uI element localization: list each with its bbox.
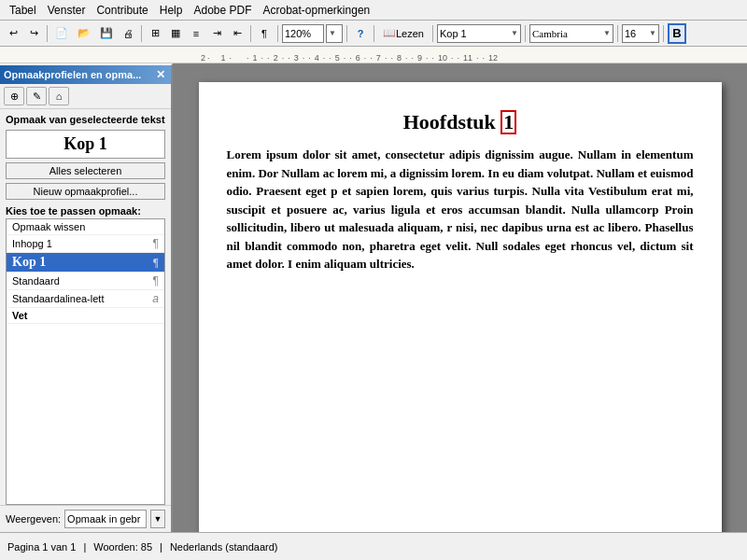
style-item-name-4: Standaardalinea-lett [12,293,104,304]
style-item-1[interactable]: Inhopg 1 ¶ [7,235,164,253]
bold-button[interactable]: B [668,23,686,44]
status-lang: Nederlands (standaard) [170,541,278,553]
separator-5 [346,25,347,42]
heading-number-box: 1 [500,110,516,134]
font-arrow: ▼ [603,29,611,37]
weergeven-arrow[interactable]: ▼ [150,510,165,528]
style-item-2[interactable]: Kop 1 ¶ [7,253,164,273]
new-button[interactable]: 📄 [51,23,72,44]
new-style-button[interactable]: ⊕ [4,87,24,105]
main-area: Opmaakprofielen en opma... ✕ ⊕ ✎ ⌂ Opmaa… [0,63,747,532]
menu-contribute[interactable]: Contribute [91,2,153,19]
doc-body: Lorem ipsum dolor sit amet, consectetur … [227,146,694,273]
zoom-arrow: ▼ [329,29,336,37]
home-icon: ⌂ [56,91,63,102]
menu-help[interactable]: Help [154,2,189,19]
separator-6 [374,25,374,42]
col-btn[interactable]: ▦ [166,23,185,44]
nieuw-opmaakprofiel-button[interactable]: Nieuw opmaakprofiel... [6,183,165,200]
menu-acrobat[interactable]: Acrobat-opmerkingen [258,2,376,19]
style-item-mark-4: a [152,292,159,305]
zoom-dropdown[interactable]: ▼ [326,24,343,43]
help-btn[interactable]: ? [351,23,370,44]
doc-page: Hoofdstuk 1 Lorem ipsum dolor sit amet, … [199,82,722,532]
styles-list: Opmaak wissen Inhopg 1 ¶ Kop 1 ¶ Standaa… [6,218,165,505]
style-item-mark-1: ¶ [153,237,159,250]
size-value: 16 [625,28,647,39]
font-dropdown[interactable]: Cambria ▼ [529,24,613,43]
panel-footer: Weergeven: Opmaak in gebr ▼ [0,505,171,532]
separator-1 [47,25,48,42]
alles-selecteren-button[interactable]: Alles selecteren [6,162,165,179]
undo-button[interactable]: ↩ [4,23,22,44]
read-label: Lezen [396,28,424,39]
section-opmaak-label: Opmaak van geselecteerde tekst [0,109,171,128]
style-item-name-2: Kop 1 [12,255,46,270]
ruler-inner: 2 · 1 · · 1 · · 2 · · 3 · · 4 · · 5 · · … [201,53,498,63]
save-button[interactable]: 💾 [96,23,117,44]
heading-text: Hoofdstuk [403,110,501,133]
paragraph-btn[interactable]: ¶ [255,23,274,44]
edit-style-button[interactable]: ✎ [26,87,47,105]
read-button[interactable]: 📖 Lezen [378,23,429,44]
statusbar: Pagina 1 van 1 | Woorden: 85 | Nederland… [0,532,747,560]
redo-button[interactable]: ↪ [24,23,43,44]
separator-7 [432,25,433,42]
size-arrow: ▼ [649,29,656,37]
styles-panel-title: Opmaakprofielen en opma... [4,69,154,80]
body-text: Lorem ipsum dolor sit amet, consectetur … [227,147,694,271]
list-btn[interactable]: ≡ [187,23,205,44]
style-value: Kop 1 [440,28,509,39]
font-value: Cambria [532,28,601,39]
outdent-btn[interactable]: ⇤ [228,23,247,44]
weergeven-select[interactable]: Opmaak in gebr [64,510,147,528]
separator-8 [525,25,526,42]
status-page: Pagina 1 van 1 [7,541,76,553]
kies-label: Kies toe te passen opmaak: [0,202,171,218]
ruler: 2 · 1 · · 1 · · 2 · · 3 · · 4 · · 5 · · … [0,47,747,63]
style-item-name-1: Inhopg 1 [12,238,52,249]
status-words: Woorden: 85 [93,541,152,553]
styles-panel: Opmaakprofielen en opma... ✕ ⊕ ✎ ⌂ Opmaa… [0,63,173,532]
alles-selecteren-label: Alles selecteren [49,165,122,176]
toolbar: ↩ ↪ 📄 📂 💾 🖨 ⊞ ▦ ≡ ⇥ ⇤ ¶ ▼ ? 📖 Lezen Kop … [0,21,747,47]
indent-btn[interactable]: ⇥ [207,23,226,44]
nieuw-opmaakprofiel-label: Nieuw opmaakprofiel... [34,186,138,197]
new-style-icon: ⊕ [10,91,19,103]
style-item-3[interactable]: Standaard ¶ [7,273,164,290]
size-dropdown[interactable]: 16 ▼ [622,24,659,43]
menu-adobe-pdf[interactable]: Adobe PDF [188,2,257,19]
separator-10 [663,25,664,42]
status-separator-1: | [83,541,86,553]
weergeven-value: Opmaak in gebr [67,513,144,525]
status-separator-2: | [160,541,162,553]
print-button[interactable]: 🖨 [119,23,137,44]
zoom-input[interactable] [282,24,324,43]
kop-preview-box: Kop 1 [6,130,165,159]
separator-2 [141,25,142,42]
styles-panel-close-button[interactable]: ✕ [154,68,167,81]
style-item-mark-3: ¶ [153,274,159,287]
style-item-mark-2: ¶ [153,256,159,270]
home-style-button[interactable]: ⌂ [49,87,69,105]
open-button[interactable]: 📂 [74,23,94,44]
table-btn[interactable]: ⊞ [146,23,164,44]
style-item-name-0: Opmaak wissen [12,221,85,232]
menu-venster[interactable]: Venster [42,2,92,19]
menubar: Tabel Venster Contribute Help Adobe PDF … [0,0,747,21]
styles-panel-titlebar: Opmaakprofielen en opma... ✕ [0,65,171,84]
style-arrow: ▼ [511,29,518,37]
bold-label: B [672,26,681,40]
style-item-4[interactable]: Standaardalinea-lett a [7,290,164,308]
book-icon: 📖 [383,27,396,39]
edit-style-icon: ✎ [33,91,41,103]
doc-heading: Hoofdstuk 1 [227,110,694,134]
style-dropdown[interactable]: Kop 1 ▼ [437,24,521,43]
style-item-0[interactable]: Opmaak wissen [7,219,164,235]
separator-4 [277,25,278,42]
style-item-name-3: Standaard [12,275,60,287]
style-item-5[interactable]: Vet [7,308,164,324]
weergeven-label: Weergeven: [6,513,61,525]
menu-tabel[interactable]: Tabel [4,2,42,19]
separator-9 [617,25,618,42]
